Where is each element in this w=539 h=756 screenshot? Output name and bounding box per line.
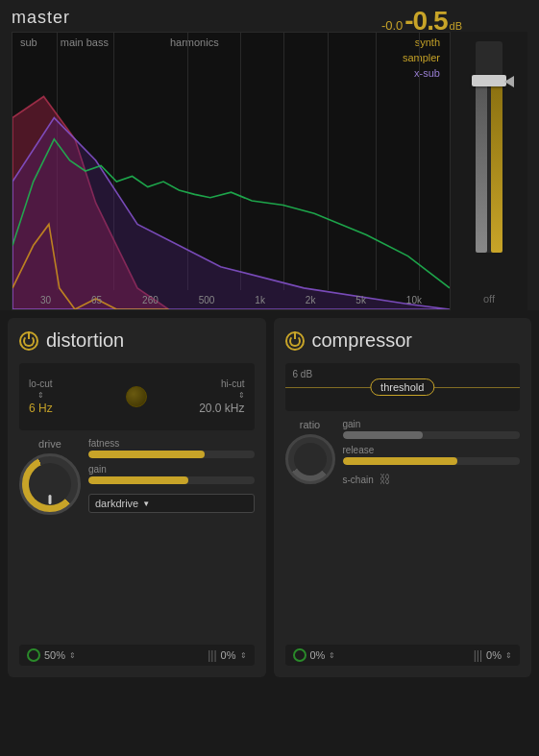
- distortion-dot-knob[interactable]: [126, 386, 147, 407]
- schain-label: s-chain: [343, 475, 374, 485]
- comp-gain-fill: [343, 431, 423, 439]
- threshold-db-label: 6 dB: [293, 369, 313, 379]
- freq-10k: 10k: [406, 295, 422, 305]
- threshold-label: threshold: [380, 381, 424, 393]
- spectrum-svg: [12, 33, 450, 309]
- distortion-controls: drive fatness gain: [19, 438, 255, 515]
- compressor-title: compressor: [312, 329, 412, 352]
- comp-gain-slider[interactable]: [343, 431, 521, 439]
- level-db-unit: dB: [450, 20, 462, 32]
- distortion-sliders: fatness gain darkdrive ▼: [88, 438, 255, 515]
- comp-release-fill: [343, 457, 458, 465]
- fader-fill-right: [491, 80, 502, 253]
- hicut-value: 20.0 kHz: [199, 402, 244, 415]
- compressor-active-indicator[interactable]: [293, 648, 306, 662]
- fader-arrow: [504, 76, 514, 87]
- comp-release-label: release: [343, 445, 521, 455]
- gain-fill: [88, 476, 188, 484]
- distortion-power-arc: [23, 335, 35, 347]
- schain-row: s-chain ⛓: [343, 473, 521, 486]
- level-small-value: -0.0: [381, 18, 403, 33]
- compressor-power-button[interactable]: [285, 331, 305, 351]
- fatness-slider[interactable]: [88, 451, 255, 458]
- fader-off-label: off: [483, 293, 495, 305]
- comp-release-row: release: [343, 445, 521, 465]
- ratio-label: ratio: [300, 419, 320, 430]
- darkdrive-dropdown[interactable]: darkdrive ▼: [88, 494, 255, 513]
- distortion-percent: 50%: [44, 649, 65, 661]
- comp-release-slider[interactable]: [343, 457, 521, 465]
- compressor-bar-percent: 0%: [486, 649, 502, 661]
- freq-65: 65: [91, 295, 102, 305]
- compressor-bar-icon: |||: [474, 648, 482, 662]
- distortion-percent-stepper[interactable]: ⇕: [69, 651, 76, 660]
- master-section: master -0.0 -0.5 dB sub main bass harmon…: [0, 0, 539, 310]
- distortion-bottom-left: 50% ⇕: [27, 648, 76, 662]
- compressor-header: compressor: [285, 329, 521, 352]
- distortion-active-indicator[interactable]: [27, 648, 40, 662]
- fatness-slider-row: fatness: [88, 438, 255, 458]
- compressor-bottom-bar: 0% ⇕ ||| 0% ⇕: [285, 645, 521, 666]
- threshold-area[interactable]: 6 dB threshold: [285, 363, 521, 411]
- compressor-controls: ratio gain release: [285, 419, 521, 486]
- distortion-panel: distortion lo-cut ⇕ 6 Hz hi-cut ⇕ 20.0 k…: [8, 318, 266, 677]
- distortion-bar-icon: |||: [208, 648, 216, 662]
- bottom-panels: distortion lo-cut ⇕ 6 Hz hi-cut ⇕ 20.0 k…: [0, 310, 539, 685]
- gain-label: gain: [88, 464, 255, 475]
- comp-gain-row: gain: [343, 419, 521, 439]
- compressor-power-arc: [289, 335, 301, 347]
- hicut-label: hi-cut ⇕ 20.0 kHz: [199, 378, 244, 415]
- drive-knob[interactable]: [19, 453, 81, 515]
- master-title: master: [12, 8, 70, 27]
- ratio-knob[interactable]: [285, 434, 335, 484]
- darkdrive-value: darkdrive: [95, 498, 138, 509]
- ratio-knob-section: ratio: [285, 419, 335, 486]
- spectrum-freq-labels: 30 65 260 500 1k 2k 5k 10k: [12, 295, 450, 305]
- distortion-bar-percent: 0%: [221, 649, 236, 661]
- drive-knob-section: drive: [19, 438, 81, 515]
- fader-fill-left: [476, 80, 487, 253]
- gain-slider-row: gain: [88, 464, 255, 484]
- locut-value: 6 Hz: [29, 402, 53, 415]
- distortion-bar-right: ||| 0% ⇕: [208, 648, 246, 662]
- compressor-bar-right: ||| 0% ⇕: [474, 648, 512, 662]
- compressor-sliders: gain release s-chain ⛓: [343, 419, 521, 486]
- drive-knob-indicator: [49, 495, 52, 504]
- compressor-panel: compressor 6 dB threshold ratio gain: [274, 318, 532, 677]
- distortion-bottom-bar: 50% ⇕ ||| 0% ⇕: [19, 645, 255, 666]
- freq-260: 260: [142, 295, 159, 305]
- locut-label: lo-cut ⇕ 6 Hz: [29, 378, 53, 415]
- svg-marker-1: [12, 118, 450, 309]
- fatness-fill: [88, 451, 205, 458]
- freq-500: 500: [199, 295, 215, 305]
- compressor-bottom-left: 0% ⇕: [293, 648, 336, 662]
- freq-1k: 1k: [255, 295, 265, 305]
- distortion-title: distortion: [46, 329, 124, 352]
- spectrum-graph[interactable]: sub main bass harmonics synth sampler x-…: [12, 32, 451, 310]
- fader-track[interactable]: [476, 41, 502, 253]
- freq-30: 30: [40, 295, 51, 305]
- freq-2k: 2k: [306, 295, 316, 305]
- compressor-percent-stepper[interactable]: ⇕: [329, 651, 335, 660]
- threshold-label-box[interactable]: threshold: [370, 378, 434, 396]
- freq-5k: 5k: [355, 295, 366, 305]
- comp-gain-label: gain: [343, 419, 521, 429]
- compressor-percent: 0%: [310, 649, 326, 661]
- fader-handle[interactable]: [472, 75, 506, 86]
- fatness-label: fatness: [88, 438, 255, 449]
- ratio-knob-inner: [294, 443, 327, 476]
- distortion-bar-stepper[interactable]: ⇕: [240, 651, 247, 660]
- distortion-header: distortion: [19, 329, 255, 352]
- distortion-power-button[interactable]: [19, 331, 38, 351]
- compressor-bar-stepper[interactable]: ⇕: [505, 651, 512, 660]
- spectrum-container: sub main bass harmonics synth sampler x-…: [12, 32, 527, 310]
- drive-label: drive: [38, 438, 61, 450]
- gain-slider[interactable]: [88, 476, 255, 484]
- cutoff-row: lo-cut ⇕ 6 Hz hi-cut ⇕ 20.0 kHz: [19, 363, 255, 430]
- fader-section: off: [451, 32, 527, 310]
- chain-link-icon[interactable]: ⛓: [380, 473, 391, 486]
- dropdown-arrow-icon: ▼: [142, 500, 150, 508]
